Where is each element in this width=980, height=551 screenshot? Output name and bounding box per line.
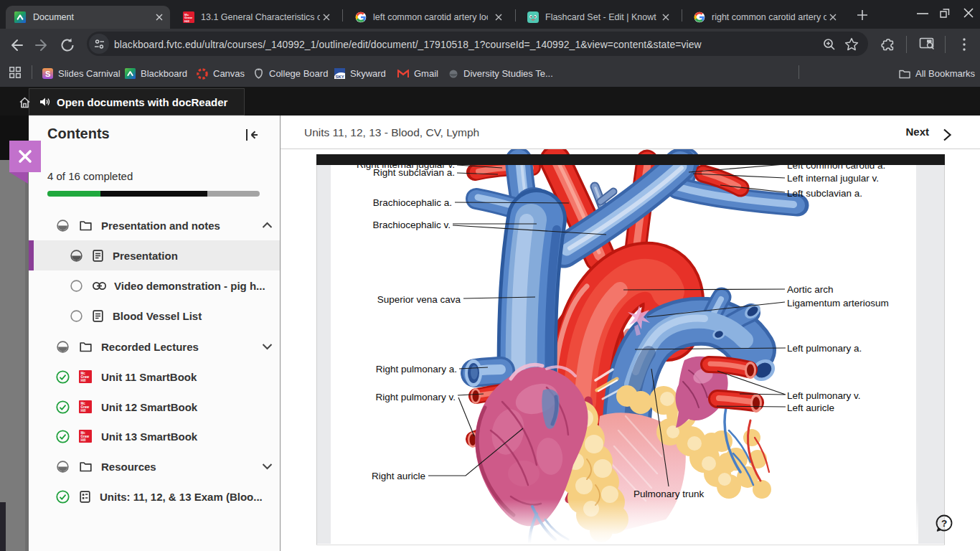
svg-text:Left pulmonary a.: Left pulmonary a. xyxy=(787,343,862,354)
svg-text:Right subclavian a.: Right subclavian a. xyxy=(373,167,455,178)
svg-text:Left auricle: Left auricle xyxy=(787,402,834,413)
svg-text:Hill: Hill xyxy=(81,409,86,413)
svg-text:Hill: Hill xyxy=(184,19,189,23)
svg-text:Hill: Hill xyxy=(81,438,86,442)
svg-text:Right pulmonary a.: Right pulmonary a. xyxy=(376,364,457,375)
svg-text:Brachiocephalic v.: Brachiocephalic v. xyxy=(372,220,451,230)
svg-text:Right pulmonary v.: Right pulmonary v. xyxy=(375,392,456,402)
svg-text:?: ? xyxy=(941,518,947,529)
svg-text:Hill: Hill xyxy=(81,379,86,382)
svg-text:Left subclavian a.: Left subclavian a. xyxy=(787,188,862,199)
svg-text:Brachiocephalic a.: Brachiocephalic a. xyxy=(373,197,452,208)
svg-text:Superior vena cava: Superior vena cava xyxy=(377,294,461,305)
svg-text:Left internal jugular v.: Left internal jugular v. xyxy=(787,173,879,184)
svg-text:Aortic arch: Aortic arch xyxy=(787,284,834,295)
svg-text:S: S xyxy=(45,70,50,78)
svg-text:SKY: SKY xyxy=(336,75,344,79)
svg-text:Right auricle: Right auricle xyxy=(372,471,425,481)
svg-text:Ligamentum arteriosum: Ligamentum arteriosum xyxy=(787,298,889,309)
svg-text:Pulmonary trunk: Pulmonary trunk xyxy=(633,489,705,499)
svg-text:Left pulmonary v.: Left pulmonary v. xyxy=(787,390,861,401)
